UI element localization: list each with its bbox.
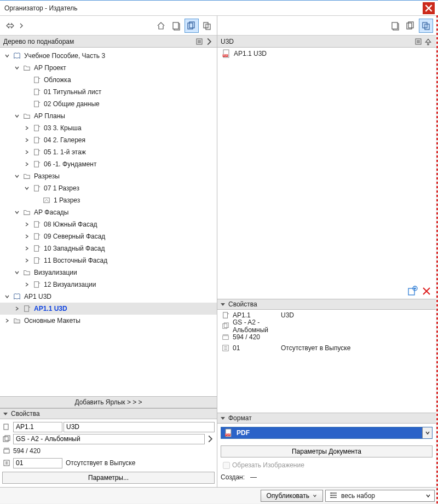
disclosure-toggle[interactable] <box>23 136 31 144</box>
up-arrow-icon <box>424 38 432 45</box>
size-icon <box>221 333 230 341</box>
tree-row-label: 05 1. 1-й этаж <box>44 148 86 156</box>
tree-row[interactable]: 11 Восточный Фасад <box>0 254 217 267</box>
tree-row-label: АР1.1 U3D <box>34 305 67 312</box>
delete-item-button[interactable] <box>420 285 433 297</box>
tree-row[interactable]: 09 Северный Фасад <box>0 230 217 242</box>
format-select[interactable]: PDF PDF <box>221 427 433 439</box>
sheet-icon <box>32 220 42 229</box>
tree-row[interactable]: Основные Макеты <box>0 315 217 327</box>
disclosure-toggle[interactable] <box>23 281 31 288</box>
folder-icon <box>22 112 32 120</box>
layout-name-input[interactable] <box>64 422 215 432</box>
format-header[interactable]: Формат <box>217 413 436 424</box>
tree-row[interactable]: 04 2. Галерея <box>0 134 217 146</box>
layout-book-button[interactable] <box>169 19 183 33</box>
disclosure-toggle[interactable] <box>23 160 31 168</box>
tree-row[interactable]: Обложка <box>0 74 217 86</box>
disclosure-toggle <box>23 88 31 96</box>
tree-row[interactable]: 10 Западный Фасад <box>0 242 217 254</box>
tree-row[interactable]: АР Планы <box>0 110 217 122</box>
master-layout-input[interactable] <box>13 434 205 444</box>
left-tree-header: Дерево по поднаборам <box>0 36 217 48</box>
right-stack-button[interactable] <box>404 19 418 33</box>
publish-list-item[interactable]: PDFАР1.1 U3D <box>217 48 436 60</box>
publish-list[interactable]: PDFАР1.1 U3D <box>217 48 436 283</box>
layout-code-input[interactable] <box>13 422 62 432</box>
tree-options-button[interactable] <box>195 37 204 46</box>
navigator-button[interactable] <box>3 19 17 33</box>
close-button[interactable] <box>423 2 435 14</box>
tree-row[interactable]: Разрезы <box>0 170 217 182</box>
disclosure-toggle[interactable] <box>23 233 31 240</box>
crop-image-label: Обрезать Изображение <box>232 461 304 469</box>
publisher-button[interactable] <box>200 19 214 33</box>
disclosure-toggle[interactable] <box>13 208 21 216</box>
tree-row[interactable]: 03 3. Крыша <box>0 122 217 134</box>
tree-row-label: Визуализации <box>34 269 77 276</box>
book-icon <box>12 51 22 60</box>
disclosure-toggle[interactable] <box>13 269 21 276</box>
tree-row[interactable]: Визуализации <box>0 267 217 279</box>
navigator-menu-button[interactable] <box>18 19 25 33</box>
disclosure-toggle[interactable] <box>3 293 11 300</box>
layout-tree[interactable]: Учебное Пособие, Часть 3АР ПроектОбложка… <box>0 48 217 396</box>
tree-row[interactable]: Учебное Пособие, Часть 3 <box>0 50 217 62</box>
tree-row[interactable]: АР Фасады <box>0 206 217 218</box>
disclosure-toggle[interactable] <box>3 317 11 325</box>
property-value-2: Отсутствует в Выпуске <box>281 344 433 352</box>
tree-row[interactable]: 08 Южный Фасад <box>0 218 217 230</box>
right-publish-button[interactable] <box>419 19 433 33</box>
disclosure-toggle[interactable] <box>23 148 31 156</box>
svg-rect-15 <box>34 222 39 228</box>
tree-row-label: АР Фасады <box>34 208 68 216</box>
right-list-header: U3D <box>217 36 436 48</box>
layouts-stack-icon <box>406 21 416 31</box>
add-item-button[interactable] <box>406 285 418 297</box>
disclosure-toggle[interactable] <box>13 112 21 120</box>
right-options-button[interactable] <box>414 37 423 46</box>
tree-row[interactable]: АР1 U3D <box>0 291 217 303</box>
tree-row[interactable]: 07 1 Разрез <box>0 182 217 194</box>
parameters-button[interactable]: Параметры... <box>2 472 215 484</box>
view-map-button[interactable] <box>154 19 168 33</box>
tree-row[interactable]: 1 Разрез <box>0 194 217 206</box>
publish-scope-combo[interactable]: весь набор <box>325 490 435 502</box>
publish-button[interactable]: Опубликовать <box>261 490 323 502</box>
tree-row[interactable]: АР1.1 U3D <box>0 303 217 315</box>
right-layout-button[interactable] <box>388 19 402 33</box>
svg-rect-26 <box>392 22 397 29</box>
disclosure-toggle[interactable] <box>23 124 31 132</box>
add-shortcut-button[interactable]: Добавить Ярлык > > > <box>0 396 217 408</box>
tree-row[interactable]: 01 Титульный лист <box>0 86 217 98</box>
left-properties-header[interactable]: Свойства <box>0 408 217 419</box>
tree-row-label: 06 -1. Фундамент <box>44 160 97 168</box>
disclosure-toggle[interactable] <box>3 52 11 60</box>
sheet-icon <box>32 256 42 265</box>
document-parameters-button[interactable]: Параметры Документа <box>221 445 433 457</box>
add-layout-icon <box>407 286 418 297</box>
tree-chevron-button[interactable] <box>205 37 214 46</box>
tree-row[interactable]: 05 1. 1-й этаж <box>0 146 217 158</box>
disclosure-toggle[interactable] <box>23 184 31 192</box>
tree-row[interactable]: АР Проект <box>0 62 217 74</box>
tree-row[interactable]: 12 Визуализации <box>0 279 217 291</box>
disclosure-toggle[interactable] <box>13 172 21 180</box>
master-layout-chevron[interactable] <box>206 435 215 443</box>
disclosure-toggle[interactable] <box>13 305 21 312</box>
svg-rect-17 <box>34 246 39 252</box>
tree-row[interactable]: 02 Общие данные <box>0 98 217 110</box>
disclosure-toggle[interactable] <box>23 245 31 252</box>
disclosure-toggle[interactable] <box>13 64 21 72</box>
tree-row-label: АР Проект <box>34 64 66 72</box>
disclosure-toggle[interactable] <box>23 221 31 228</box>
folder-icon <box>22 208 32 217</box>
publisher-set-button[interactable] <box>185 19 199 33</box>
right-properties-header[interactable]: Свойства <box>217 299 436 310</box>
sheet-icon <box>32 88 42 96</box>
revision-input[interactable] <box>13 458 62 468</box>
disclosure-toggle[interactable] <box>23 257 31 264</box>
tree-row[interactable]: 06 -1. Фундамент <box>0 158 217 170</box>
right-up-button[interactable] <box>424 37 433 46</box>
tree-row-label: 09 Северный Фасад <box>44 233 105 240</box>
